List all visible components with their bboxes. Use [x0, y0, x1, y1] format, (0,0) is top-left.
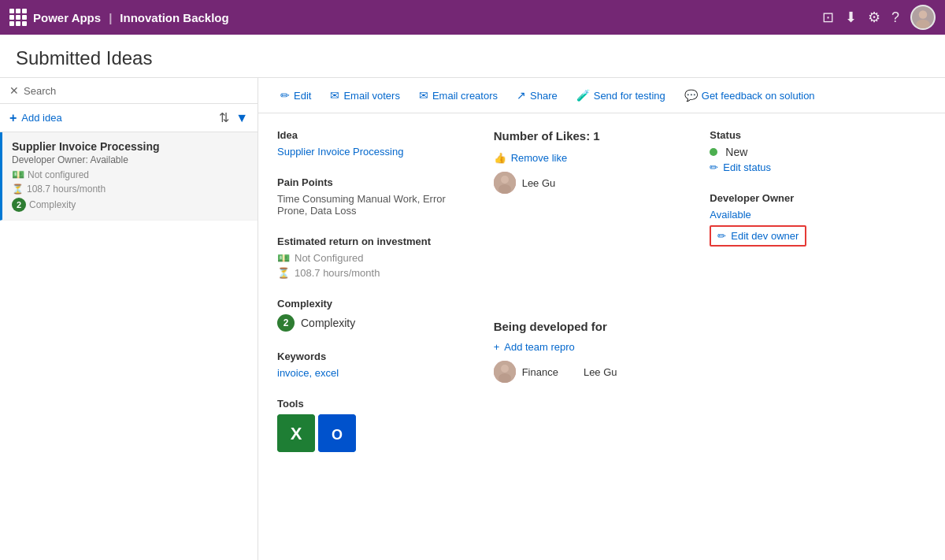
dev-owner-available: Available: [710, 209, 907, 221]
add-icon: +: [9, 111, 17, 125]
screen-cast-icon[interactable]: ⊡: [822, 9, 834, 26]
detail-col-2: Number of Likes: 1 👍 Remove like: [494, 129, 710, 471]
roi-hours-text: 108.7 hours/month: [295, 267, 380, 279]
share-button[interactable]: ↗ Share: [507, 84, 567, 106]
flask-icon: 🧪: [576, 89, 590, 102]
complexity-row: 2 Complexity: [277, 314, 475, 332]
left-panel: ✕ Search + Add idea ⇅ ▼ Supplier Invoice…: [0, 78, 258, 560]
edit-icon: ✏: [280, 89, 290, 102]
help-icon[interactable]: ?: [891, 9, 899, 26]
keywords-value[interactable]: invoice, excel: [277, 367, 475, 379]
svg-text:X: X: [291, 424, 302, 443]
idea-section: Idea Supplier Invoice Processing: [277, 129, 475, 158]
add-team-plus-icon: +: [494, 341, 500, 353]
idea-hours-meta: ⏳ 108.7 hours/month: [12, 184, 248, 195]
page: Submitted Ideas ✕ Search + Add idea ⇅ ▼: [0, 35, 945, 560]
roi-label: Estimated return on investment: [277, 235, 475, 247]
idea-value[interactable]: Supplier Invoice Processing: [277, 146, 475, 158]
status-value-row: New: [710, 146, 907, 158]
close-search-icon[interactable]: ✕: [9, 84, 19, 97]
complexity-section: Complexity 2 Complexity: [277, 298, 475, 332]
svg-point-9: [498, 184, 511, 194]
sort-icon[interactable]: ⇅: [219, 110, 229, 125]
status-dot: [710, 148, 717, 156]
detail-col-1: Idea Supplier Invoice Processing Pain Po…: [277, 129, 494, 471]
hours-tag: ⏳ 108.7 hours/month: [12, 184, 106, 195]
get-feedback-button[interactable]: 💬 Get feedback on solution: [675, 84, 825, 106]
email-creators-button[interactable]: ✉ Email creators: [410, 84, 507, 106]
tool-icons: X O: [277, 414, 475, 452]
add-team-label: Add team repro: [504, 341, 575, 353]
email-voters-button[interactable]: ✉ Email voters: [321, 84, 410, 106]
send-for-testing-button[interactable]: 🧪 Send for testing: [567, 84, 675, 106]
being-dev-user-name: Lee Gu: [584, 366, 617, 378]
status-section: Status New ✏ Edit status: [710, 129, 907, 173]
money-icon: 💵: [12, 169, 24, 180]
likes-header: Number of Likes: 1: [494, 129, 691, 143]
top-nav: Power Apps | Innovation Backlog ⊡ ⬇ ⚙ ?: [0, 0, 945, 35]
outlook-icon: O: [318, 414, 356, 452]
complexity-meta: 2 Complexity: [12, 198, 248, 212]
status-value: New: [725, 146, 747, 158]
like-user-row: Lee Gu: [494, 172, 691, 194]
idea-list: Supplier Invoice Processing Developer Ow…: [0, 132, 258, 560]
pain-points-section: Pain Points Time Consuming Manual Work, …: [277, 176, 475, 217]
edit-dev-owner-label: Edit dev owner: [731, 230, 799, 242]
being-developed-header: Being developed for: [494, 320, 691, 333]
excel-icon: X: [277, 414, 315, 452]
like-user-name: Lee Gu: [522, 177, 556, 189]
complexity-badge: 2: [12, 198, 26, 212]
svg-point-11: [501, 365, 509, 373]
roi-hours: ⏳ 108.7 hours/month: [277, 267, 475, 279]
page-header: Submitted Ideas: [0, 35, 945, 77]
roi-not-configured-text: Not Configured: [295, 252, 363, 264]
svg-point-8: [501, 176, 509, 184]
search-row[interactable]: ✕ Search: [9, 84, 248, 97]
app-separator: |: [109, 11, 112, 24]
edit-button[interactable]: ✏ Edit: [271, 84, 321, 106]
complexity-tag: 2 Complexity: [12, 198, 76, 212]
hourglass-icon: ⏳: [277, 267, 290, 279]
edit-dev-owner-icon: ✏: [717, 230, 726, 242]
tools-section: Tools X O: [277, 398, 475, 452]
pain-points-value: Time Consuming Manual Work, Error Prone,…: [277, 193, 475, 217]
left-toolbar: ✕ Search: [0, 78, 258, 104]
complexity-text: Complexity: [301, 317, 355, 329]
thumbs-up-icon: 👍: [494, 152, 506, 164]
app-module: Innovation Backlog: [120, 11, 228, 24]
roi-section: Estimated return on investment 💵 Not Con…: [277, 235, 475, 279]
being-developed-section: Being developed for + Add team repro: [494, 320, 691, 383]
idea-meta: 💵 Not configured: [12, 169, 248, 180]
add-idea-row[interactable]: + Add idea ⇅ ▼: [0, 104, 258, 132]
pain-points-label: Pain Points: [277, 176, 475, 188]
idea-item-title: Supplier Invoice Processing: [12, 140, 248, 153]
app-logo[interactable]: Power Apps | Innovation Backlog: [9, 9, 229, 26]
filter-icon[interactable]: ▼: [235, 111, 248, 125]
svg-point-1: [919, 10, 928, 19]
team-name: Finance: [522, 366, 558, 378]
settings-icon[interactable]: ⚙: [868, 9, 880, 26]
svg-text:O: O: [332, 427, 343, 443]
right-content: ✏ Edit ✉ Email voters ✉ Email creators ↗…: [258, 78, 945, 560]
edit-dev-owner-button[interactable]: ✏ Edit dev owner: [710, 225, 806, 247]
avatar[interactable]: [910, 5, 936, 30]
edit-status-label: Edit status: [723, 161, 771, 173]
svg-point-12: [498, 373, 511, 383]
add-team-button[interactable]: + Add team repro: [494, 341, 691, 353]
download-icon[interactable]: ⬇: [845, 9, 857, 26]
user-avatar: [494, 172, 516, 194]
page-title: Submitted Ideas: [16, 47, 929, 69]
keywords-label: Keywords: [277, 350, 475, 362]
waffle-icon[interactable]: [9, 9, 27, 26]
team-avatar: [494, 361, 516, 383]
list-item[interactable]: Supplier Invoice Processing Developer Ow…: [0, 132, 258, 221]
complexity-label: Complexity: [277, 298, 475, 310]
money-icon: 💵: [277, 252, 290, 264]
remove-like-label: Remove like: [511, 152, 568, 164]
edit-status-row[interactable]: ✏ Edit status: [710, 161, 907, 173]
detail-area: Idea Supplier Invoice Processing Pain Po…: [258, 113, 945, 560]
share-icon: ↗: [517, 89, 526, 102]
feedback-icon: 💬: [684, 89, 698, 102]
remove-like-button[interactable]: 👍 Remove like: [494, 152, 691, 164]
complexity-badge: 2: [277, 314, 295, 332]
